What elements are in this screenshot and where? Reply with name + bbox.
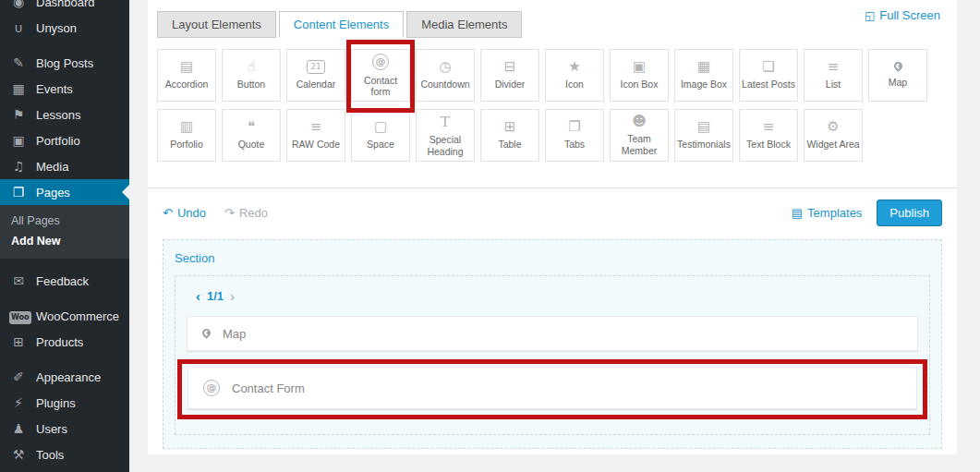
sidebar-item-label: Users xyxy=(36,422,67,436)
page-builder-screen: ◉ Dashboard ∪ Unyson ✎ Blog Posts ▦ Even… xyxy=(0,0,980,472)
element-tile-contact-form[interactable]: @ Contact form xyxy=(351,49,410,102)
full-screen-button[interactable]: ◱ Full Screen xyxy=(865,8,940,22)
tile-label: Widget Area xyxy=(805,139,861,150)
sidebar-item-lessons[interactable]: ⚑ Lessons xyxy=(0,102,129,127)
menu-separator xyxy=(0,355,129,364)
sidebar-item-label: Events xyxy=(36,82,73,96)
element-tile-porfolio[interactable]: ▥ Porfolio xyxy=(157,109,216,162)
sidebar-item-products[interactable]: ⊞ Products xyxy=(0,329,129,355)
builder-tabbar: Layout Elements Content Elements Media E… xyxy=(148,0,957,38)
sidebar-item-portfolio[interactable]: ▣ Portfolio xyxy=(0,127,129,153)
pages-icon: ❐ xyxy=(9,185,28,200)
person-icon: ♟ xyxy=(9,421,28,436)
sidebar-item-blog-posts[interactable]: ✎ Blog Posts xyxy=(0,50,129,76)
tile-label: Testimonials xyxy=(675,139,732,150)
sidebar-item-label: Media xyxy=(36,160,68,174)
sidebar-item-plugins[interactable]: ⚡ Plugins xyxy=(0,390,129,416)
element-tile-space[interactable]: ▢ Space xyxy=(351,109,410,162)
sidebar-item-label: Feedback xyxy=(36,274,89,288)
element-tile-icon[interactable]: ★ Icon xyxy=(545,49,604,102)
element-tile-map[interactable]: Map xyxy=(868,49,927,102)
pushpin-icon: ✎ xyxy=(9,55,28,70)
element-tile-team-member[interactable]: ☻ Team Member xyxy=(610,109,669,162)
sidebar-item-pages[interactable]: ❐ Pages xyxy=(0,179,129,205)
gear-icon: ⚙ xyxy=(827,120,839,134)
tile-label: RAW Code xyxy=(290,139,342,150)
stopwatch-icon: ◷ xyxy=(439,60,451,74)
pager-prev-icon[interactable]: ‹ xyxy=(196,289,200,303)
at-sign-icon: @ xyxy=(203,380,220,396)
sidebar-item-users[interactable]: ♟ Users xyxy=(0,416,129,442)
tab-layout-elements[interactable]: Layout Elements xyxy=(157,11,276,38)
sidebar-item-events[interactable]: ▦ Events xyxy=(0,76,129,102)
element-tile-special-heading[interactable]: T Special Heading xyxy=(416,109,475,162)
tile-label: Tabs xyxy=(563,139,587,150)
element-tile-table[interactable]: ⊞ Table xyxy=(480,109,539,162)
element-tile-raw-code[interactable]: ≡ RAW Code xyxy=(286,109,345,162)
undo-button[interactable]: ↶ Undo xyxy=(163,206,206,220)
sidebar-item-feedback[interactable]: ✉ Feedback xyxy=(0,268,129,294)
star-icon: ★ xyxy=(568,60,580,74)
tile-label: Map xyxy=(887,77,909,88)
sidebar-item-label: Pages xyxy=(36,186,70,200)
tile-label: Icon Box xyxy=(619,79,660,90)
elements-row-2: ▥ Porfolio ❝ Quote ≡ RAW Code ▢ Space T xyxy=(157,109,948,162)
element-tile-quote[interactable]: ❝ Quote xyxy=(222,109,281,162)
element-tile-list[interactable]: ≡ List xyxy=(804,49,863,102)
element-tile-accordion[interactable]: ▤ Accordion xyxy=(157,49,216,102)
redo-button[interactable]: ↷ Redo xyxy=(224,206,268,220)
tile-label: Team Member xyxy=(611,133,668,155)
element-tile-image-box[interactable]: ▦ Image Box xyxy=(674,49,733,102)
sidebar-item-media[interactable]: ♫ Media xyxy=(0,153,129,179)
fullscreen-label: Full Screen xyxy=(879,8,940,22)
sidebar-item-tools[interactable]: ⚒ Tools xyxy=(0,442,129,467)
pointer-hand-icon: ☝ xyxy=(247,60,255,74)
sidebar-item-label: Tools xyxy=(36,448,64,462)
element-tile-tabs[interactable]: ❐ Tabs xyxy=(545,109,604,162)
element-tile-calendar[interactable]: 21 Calendar xyxy=(286,49,345,102)
undo-label: Undo xyxy=(177,206,206,220)
menu-separator xyxy=(0,294,129,303)
redo-arrow-icon: ↷ xyxy=(224,206,235,220)
element-tile-text-block[interactable]: ≡ Text Block xyxy=(739,109,798,162)
element-tile-icon-box[interactable]: ▣ Icon Box xyxy=(610,49,669,102)
submenu-item-all-pages[interactable]: All Pages xyxy=(0,211,129,231)
pager-next-icon[interactable]: › xyxy=(230,289,235,303)
column-container: ‹ 1/1 › Map @ Contact Form xyxy=(175,275,930,435)
sidebar-item-unyson[interactable]: ∪ Unyson xyxy=(0,15,129,41)
menu-separator xyxy=(0,259,129,268)
comment-icon: ✉ xyxy=(9,273,28,288)
elements-row-1: ▤ Accordion ☝ Button 21 Calendar @ Conta… xyxy=(157,49,948,102)
submenu-item-add-new[interactable]: Add New xyxy=(0,231,129,251)
element-tile-testimonials[interactable]: ▤ Testimonials xyxy=(674,109,733,162)
element-tile-countdown[interactable]: ◷ Countdown xyxy=(416,49,475,102)
accordion-icon: ▤ xyxy=(180,60,193,74)
tile-label: Button xyxy=(236,79,267,90)
flag-icon: ⚑ xyxy=(9,107,28,122)
pager-current: 1/1 xyxy=(207,289,224,303)
tile-label: List xyxy=(824,79,842,90)
admin-sidebar: ◉ Dashboard ∪ Unyson ✎ Blog Posts ▦ Even… xyxy=(0,0,129,472)
sidebar-item-woocommerce[interactable]: Woo WooCommerce xyxy=(0,303,129,329)
tile-label: Divider xyxy=(493,79,527,90)
section-label[interactable]: Section xyxy=(175,251,214,265)
person-bust-icon: ☻ xyxy=(632,115,647,128)
sidebar-item-appearance[interactable]: ✐ Appearance xyxy=(0,364,129,390)
toolbar-right-group: ▤ Templates Publish xyxy=(792,200,942,226)
tab-content-elements[interactable]: Content Elements xyxy=(279,11,404,38)
element-tile-button[interactable]: ☝ Button xyxy=(222,49,281,102)
tile-label: Space xyxy=(365,139,396,150)
publish-button[interactable]: Publish xyxy=(877,200,942,226)
sidebar-item-label: Dashboard xyxy=(36,0,95,9)
templates-button[interactable]: ▤ Templates xyxy=(792,206,863,220)
element-tile-latest-posts[interactable]: ❏ Latest Posts xyxy=(739,49,798,102)
element-tile-divider[interactable]: ⊟ Divider xyxy=(480,49,539,102)
contact-form-element-row[interactable]: @ Contact Form xyxy=(188,367,917,409)
column-pager: ‹ 1/1 › xyxy=(187,284,918,307)
element-tile-widget-area[interactable]: ⚙ Widget Area xyxy=(804,109,863,162)
page-builder-panel: Layout Elements Content Elements Media E… xyxy=(148,0,957,454)
pages-submenu: All Pages Add New xyxy=(0,205,129,259)
sidebar-item-dashboard[interactable]: ◉ Dashboard xyxy=(0,0,129,15)
map-element-row[interactable]: Map xyxy=(187,316,918,351)
tab-media-elements[interactable]: Media Elements xyxy=(406,11,522,38)
